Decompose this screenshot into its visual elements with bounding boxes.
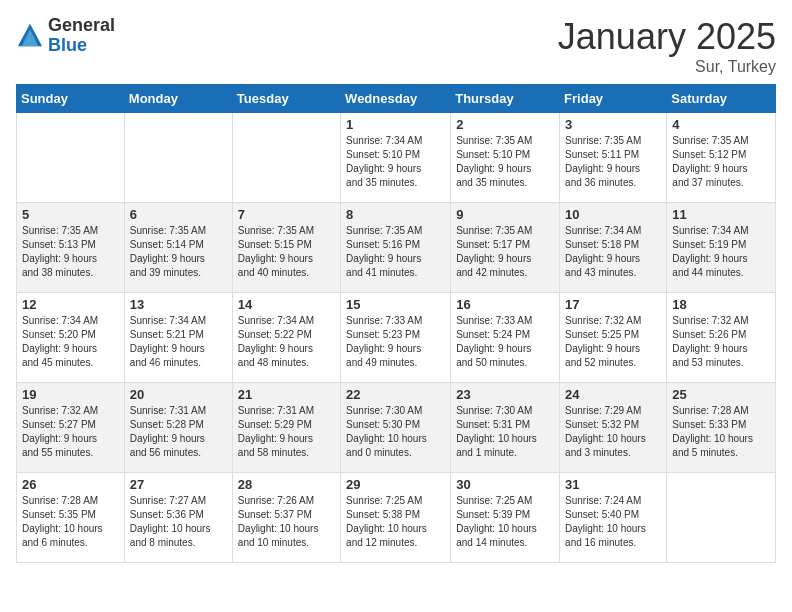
day-number: 28 (238, 477, 335, 492)
calendar-cell (124, 113, 232, 203)
day-info: Sunrise: 7:35 AM Sunset: 5:17 PM Dayligh… (456, 224, 554, 280)
day-info: Sunrise: 7:32 AM Sunset: 5:25 PM Dayligh… (565, 314, 661, 370)
calendar-cell: 19Sunrise: 7:32 AM Sunset: 5:27 PM Dayli… (17, 383, 125, 473)
calendar-cell: 2Sunrise: 7:35 AM Sunset: 5:10 PM Daylig… (451, 113, 560, 203)
day-info: Sunrise: 7:28 AM Sunset: 5:35 PM Dayligh… (22, 494, 119, 550)
day-info: Sunrise: 7:35 AM Sunset: 5:12 PM Dayligh… (672, 134, 770, 190)
location: Sur, Turkey (558, 58, 776, 76)
day-number: 4 (672, 117, 770, 132)
day-number: 23 (456, 387, 554, 402)
logo: General Blue (16, 16, 115, 56)
calendar-cell: 9Sunrise: 7:35 AM Sunset: 5:17 PM Daylig… (451, 203, 560, 293)
day-info: Sunrise: 7:35 AM Sunset: 5:15 PM Dayligh… (238, 224, 335, 280)
calendar-cell: 5Sunrise: 7:35 AM Sunset: 5:13 PM Daylig… (17, 203, 125, 293)
calendar-cell: 20Sunrise: 7:31 AM Sunset: 5:28 PM Dayli… (124, 383, 232, 473)
day-number: 27 (130, 477, 227, 492)
calendar-cell: 22Sunrise: 7:30 AM Sunset: 5:30 PM Dayli… (341, 383, 451, 473)
calendar-cell: 6Sunrise: 7:35 AM Sunset: 5:14 PM Daylig… (124, 203, 232, 293)
day-info: Sunrise: 7:34 AM Sunset: 5:22 PM Dayligh… (238, 314, 335, 370)
day-number: 1 (346, 117, 445, 132)
day-number: 16 (456, 297, 554, 312)
calendar-cell: 1Sunrise: 7:34 AM Sunset: 5:10 PM Daylig… (341, 113, 451, 203)
day-info: Sunrise: 7:33 AM Sunset: 5:23 PM Dayligh… (346, 314, 445, 370)
calendar-cell: 13Sunrise: 7:34 AM Sunset: 5:21 PM Dayli… (124, 293, 232, 383)
day-number: 2 (456, 117, 554, 132)
header-saturday: Saturday (667, 85, 776, 113)
calendar-cell: 7Sunrise: 7:35 AM Sunset: 5:15 PM Daylig… (232, 203, 340, 293)
day-info: Sunrise: 7:34 AM Sunset: 5:20 PM Dayligh… (22, 314, 119, 370)
day-number: 21 (238, 387, 335, 402)
day-info: Sunrise: 7:31 AM Sunset: 5:28 PM Dayligh… (130, 404, 227, 460)
calendar-cell: 8Sunrise: 7:35 AM Sunset: 5:16 PM Daylig… (341, 203, 451, 293)
day-info: Sunrise: 7:34 AM Sunset: 5:21 PM Dayligh… (130, 314, 227, 370)
day-info: Sunrise: 7:33 AM Sunset: 5:24 PM Dayligh… (456, 314, 554, 370)
day-number: 14 (238, 297, 335, 312)
calendar-cell: 11Sunrise: 7:34 AM Sunset: 5:19 PM Dayli… (667, 203, 776, 293)
calendar-cell: 14Sunrise: 7:34 AM Sunset: 5:22 PM Dayli… (232, 293, 340, 383)
day-info: Sunrise: 7:30 AM Sunset: 5:30 PM Dayligh… (346, 404, 445, 460)
header-friday: Friday (560, 85, 667, 113)
day-info: Sunrise: 7:35 AM Sunset: 5:14 PM Dayligh… (130, 224, 227, 280)
day-number: 12 (22, 297, 119, 312)
calendar-cell: 10Sunrise: 7:34 AM Sunset: 5:18 PM Dayli… (560, 203, 667, 293)
calendar-cell: 27Sunrise: 7:27 AM Sunset: 5:36 PM Dayli… (124, 473, 232, 563)
day-number: 11 (672, 207, 770, 222)
day-info: Sunrise: 7:25 AM Sunset: 5:39 PM Dayligh… (456, 494, 554, 550)
day-number: 5 (22, 207, 119, 222)
day-number: 24 (565, 387, 661, 402)
day-info: Sunrise: 7:30 AM Sunset: 5:31 PM Dayligh… (456, 404, 554, 460)
day-number: 7 (238, 207, 335, 222)
header-wednesday: Wednesday (341, 85, 451, 113)
day-info: Sunrise: 7:26 AM Sunset: 5:37 PM Dayligh… (238, 494, 335, 550)
title-section: January 2025 Sur, Turkey (558, 16, 776, 76)
month-title: January 2025 (558, 16, 776, 58)
day-info: Sunrise: 7:35 AM Sunset: 5:13 PM Dayligh… (22, 224, 119, 280)
calendar-cell: 21Sunrise: 7:31 AM Sunset: 5:29 PM Dayli… (232, 383, 340, 473)
header-monday: Monday (124, 85, 232, 113)
calendar-cell: 23Sunrise: 7:30 AM Sunset: 5:31 PM Dayli… (451, 383, 560, 473)
day-number: 17 (565, 297, 661, 312)
day-info: Sunrise: 7:35 AM Sunset: 5:10 PM Dayligh… (456, 134, 554, 190)
calendar-week-row: 26Sunrise: 7:28 AM Sunset: 5:35 PM Dayli… (17, 473, 776, 563)
day-number: 6 (130, 207, 227, 222)
day-info: Sunrise: 7:35 AM Sunset: 5:11 PM Dayligh… (565, 134, 661, 190)
day-info: Sunrise: 7:27 AM Sunset: 5:36 PM Dayligh… (130, 494, 227, 550)
calendar-cell: 30Sunrise: 7:25 AM Sunset: 5:39 PM Dayli… (451, 473, 560, 563)
day-number: 18 (672, 297, 770, 312)
day-number: 9 (456, 207, 554, 222)
day-info: Sunrise: 7:28 AM Sunset: 5:33 PM Dayligh… (672, 404, 770, 460)
header-tuesday: Tuesday (232, 85, 340, 113)
day-info: Sunrise: 7:29 AM Sunset: 5:32 PM Dayligh… (565, 404, 661, 460)
calendar-cell: 26Sunrise: 7:28 AM Sunset: 5:35 PM Dayli… (17, 473, 125, 563)
calendar-cell: 18Sunrise: 7:32 AM Sunset: 5:26 PM Dayli… (667, 293, 776, 383)
calendar-week-row: 1Sunrise: 7:34 AM Sunset: 5:10 PM Daylig… (17, 113, 776, 203)
day-info: Sunrise: 7:32 AM Sunset: 5:27 PM Dayligh… (22, 404, 119, 460)
day-number: 25 (672, 387, 770, 402)
day-number: 20 (130, 387, 227, 402)
calendar-week-row: 12Sunrise: 7:34 AM Sunset: 5:20 PM Dayli… (17, 293, 776, 383)
day-number: 26 (22, 477, 119, 492)
calendar-cell: 31Sunrise: 7:24 AM Sunset: 5:40 PM Dayli… (560, 473, 667, 563)
calendar-cell: 16Sunrise: 7:33 AM Sunset: 5:24 PM Dayli… (451, 293, 560, 383)
day-number: 19 (22, 387, 119, 402)
calendar-cell (17, 113, 125, 203)
day-info: Sunrise: 7:25 AM Sunset: 5:38 PM Dayligh… (346, 494, 445, 550)
calendar-cell: 4Sunrise: 7:35 AM Sunset: 5:12 PM Daylig… (667, 113, 776, 203)
calendar-cell: 15Sunrise: 7:33 AM Sunset: 5:23 PM Dayli… (341, 293, 451, 383)
logo-text: General Blue (48, 16, 115, 56)
day-number: 15 (346, 297, 445, 312)
calendar-cell (667, 473, 776, 563)
header-sunday: Sunday (17, 85, 125, 113)
day-info: Sunrise: 7:34 AM Sunset: 5:10 PM Dayligh… (346, 134, 445, 190)
day-number: 10 (565, 207, 661, 222)
logo-blue: Blue (48, 36, 115, 56)
calendar-header-row: SundayMondayTuesdayWednesdayThursdayFrid… (17, 85, 776, 113)
day-number: 30 (456, 477, 554, 492)
page-header: General Blue January 2025 Sur, Turkey (16, 16, 776, 76)
calendar-cell: 25Sunrise: 7:28 AM Sunset: 5:33 PM Dayli… (667, 383, 776, 473)
day-info: Sunrise: 7:34 AM Sunset: 5:19 PM Dayligh… (672, 224, 770, 280)
calendar-cell: 17Sunrise: 7:32 AM Sunset: 5:25 PM Dayli… (560, 293, 667, 383)
day-info: Sunrise: 7:31 AM Sunset: 5:29 PM Dayligh… (238, 404, 335, 460)
day-number: 3 (565, 117, 661, 132)
calendar-cell: 29Sunrise: 7:25 AM Sunset: 5:38 PM Dayli… (341, 473, 451, 563)
